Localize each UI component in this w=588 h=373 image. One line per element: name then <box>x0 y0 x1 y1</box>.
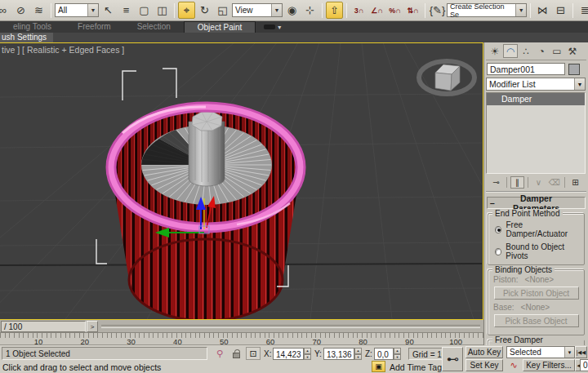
select-by-name-icon[interactable]: ≡ <box>118 2 135 19</box>
toolbar-separator <box>174 3 175 18</box>
prompt-line: Click and drag to select and move object… <box>2 362 161 372</box>
x-coord-field[interactable]: 14,423 <box>273 348 304 360</box>
bind-to-space-warp-icon[interactable]: ≋ <box>30 2 47 19</box>
time-tag-toggle-icon[interactable]: ▣ <box>372 361 385 372</box>
object-color-swatch[interactable] <box>568 64 580 75</box>
select-and-link-icon[interactable]: ∞ <box>0 2 11 19</box>
angle-snap-icon[interactable]: ∠∩ <box>368 2 385 19</box>
viewport[interactable]: tive ] [ Realistic + Edged Faces ] <box>0 42 483 320</box>
reference-coordinate-dropdown[interactable]: View ▼ <box>232 3 283 17</box>
ribbon-tab-object-paint[interactable]: Object Paint <box>184 21 256 33</box>
ribbon-tab-selection[interactable]: Selection <box>124 21 184 33</box>
radio-icon <box>495 248 501 255</box>
dropdown-arrow-icon: ▼ <box>515 4 526 16</box>
hierarchy-tab-icon[interactable]: ∴ <box>519 44 533 58</box>
pick-piston-object-button[interactable]: Pick Piston Object <box>494 286 579 300</box>
select-and-rotate-icon[interactable]: ↻ <box>196 2 213 19</box>
key-icon: ⊶ <box>447 352 459 366</box>
ribbon-tabs: eling ToolsFreeformSelectionObject Paint <box>0 21 256 33</box>
modifier-stack[interactable]: Damper <box>486 92 586 174</box>
select-and-scale-icon[interactable]: ◱ <box>214 2 231 19</box>
configure-modifier-sets-icon[interactable]: ⊞ <box>568 176 582 189</box>
modifier-list-dropdown[interactable]: Modifier List ▼ <box>486 78 586 91</box>
add-time-tag[interactable]: Add Time Tag <box>390 362 442 372</box>
auto-key-button[interactable]: Auto Key <box>466 346 503 358</box>
select-object-icon[interactable]: ↖ <box>100 2 117 19</box>
key-filters-button[interactable]: Key Filters... <box>523 359 575 371</box>
select-and-move-icon[interactable]: ⌖ <box>178 2 195 19</box>
ribbon-tab-eling-tools[interactable]: eling Tools <box>0 21 65 33</box>
radio-free-damper[interactable]: Free Damper/Actuator <box>495 220 581 238</box>
ribbon-options-icon[interactable]: ▾ <box>264 24 281 31</box>
absolute-mode-icon[interactable]: ⊡ <box>246 347 261 360</box>
isolate-selection-icon[interactable]: ⚲ <box>212 347 227 360</box>
spinner-snap-icon[interactable]: ⇅∩ <box>404 2 421 19</box>
y-label: Y: <box>314 349 322 358</box>
base-value: <None> <box>521 303 550 312</box>
damper-parameters-rollout[interactable]: − Damper Parameters <box>487 197 586 209</box>
percent-snap-icon[interactable]: %∩ <box>386 2 403 19</box>
snap-toggle-3d-icon[interactable]: 3∩ <box>350 2 368 19</box>
utilities-tab-icon[interactable]: ⚒ <box>565 44 580 58</box>
select-and-manipulate-icon[interactable]: ⊹ <box>301 2 318 19</box>
end-point-method-group: End Point Method Free Damper/Actuator Bo… <box>488 213 585 265</box>
go-to-start-icon[interactable]: |◀◀ <box>575 346 587 358</box>
pick-base-object-button[interactable]: Pick Base Object <box>494 314 579 327</box>
toolbar-separator <box>572 3 573 18</box>
piston-value: <None> <box>525 275 555 284</box>
show-end-result-icon[interactable]: ∥ <box>510 176 524 189</box>
display-tab-icon[interactable]: ▭ <box>550 44 564 58</box>
set-keys-button[interactable]: ⊶ <box>442 347 463 371</box>
layer-manager-icon[interactable]: ≣ <box>577 2 588 19</box>
pin-stack-icon[interactable]: ⊸ <box>489 176 503 189</box>
z-spinner[interactable]: ▲▼ <box>394 348 401 360</box>
modifier-stack-toolbar: ⊸ ∥ ∨ ⌫ ⊞ <box>486 174 586 193</box>
remove-modifier-icon[interactable]: ⌫ <box>547 176 561 189</box>
radio-bound-to-pivots[interactable]: Bound to Object Pivots <box>495 242 581 260</box>
selection-region-icon[interactable]: ▢ <box>136 2 153 19</box>
damper-object[interactable] <box>111 107 301 319</box>
status-bar: 1 Object Selected ⚲ ⊡ X: 14,423 ▲▼ Y: 13… <box>0 345 588 373</box>
window-crossing-icon[interactable]: ◫ <box>154 2 171 19</box>
brush-settings-panel-tab[interactable]: ush Settings <box>0 33 53 42</box>
ribbon-panel-bar: ush Settings <box>0 33 588 42</box>
edit-named-selections-icon[interactable]: {✎} <box>429 2 446 19</box>
y-coord-field[interactable]: 13,136 <box>323 348 354 360</box>
motion-tab-icon[interactable]: ◔ <box>534 44 549 58</box>
selection-lock-icon[interactable] <box>229 347 243 360</box>
x-spinner[interactable]: ▲▼ <box>304 348 311 360</box>
dropdown-arrow-icon: ▼ <box>564 347 574 357</box>
time-slider-handle[interactable]: / 100 <box>1 321 86 332</box>
use-pivot-center-icon[interactable]: ◉ <box>283 2 301 19</box>
set-key-button[interactable]: Set Key <box>466 359 503 371</box>
ribbon-tab-freeform[interactable]: Freeform <box>65 21 124 33</box>
binding-objects-group: Binding Objects Piston: <None> Pick Pist… <box>488 269 585 335</box>
y-spinner[interactable]: ▲▼ <box>354 348 362 360</box>
key-mode-dropdown[interactable]: Selected ▼ <box>506 346 575 358</box>
create-tab-icon[interactable]: ☀ <box>488 44 502 58</box>
z-label: Z: <box>365 349 372 358</box>
x-label: X: <box>264 349 271 358</box>
time-slider-track[interactable] <box>101 325 480 328</box>
modify-tab-icon[interactable]: ◠ <box>503 44 518 58</box>
toolbar-separator <box>322 3 323 18</box>
mirror-icon[interactable]: ⋈ <box>534 2 551 19</box>
object-name-field[interactable]: Damper001 <box>487 63 565 75</box>
view-cube[interactable] <box>419 61 474 94</box>
next-frame-button[interactable]: > <box>87 321 98 332</box>
align-icon[interactable]: ⊟ <box>552 2 569 19</box>
time-slider: / 100 > <box>0 320 483 333</box>
z-coord-field[interactable]: 0,0 <box>374 348 394 360</box>
dropdown-arrow-icon: ▼ <box>574 78 585 90</box>
make-unique-icon[interactable]: ∨ <box>532 176 546 189</box>
unlink-selection-icon[interactable]: ⊘ <box>12 2 29 19</box>
track-bar-ruler[interactable]: 102030405060708090100 <box>0 333 483 345</box>
named-selection-set-dropdown[interactable]: Create Selection Se ▼ <box>447 3 527 17</box>
selection-filter-dropdown[interactable]: All ▼ <box>55 3 99 17</box>
current-frame-field[interactable]: 0 <box>580 359 588 371</box>
keyboard-override-toggle-icon[interactable]: ⇧ <box>326 2 343 19</box>
stack-item-damper[interactable]: Damper <box>487 93 585 105</box>
viewport-label[interactable]: tive ] [ Realistic + Edged Faces ] <box>2 45 124 55</box>
default-tangent-icon[interactable]: ∿ <box>506 359 521 371</box>
dropdown-arrow-icon: ▼ <box>271 4 282 16</box>
